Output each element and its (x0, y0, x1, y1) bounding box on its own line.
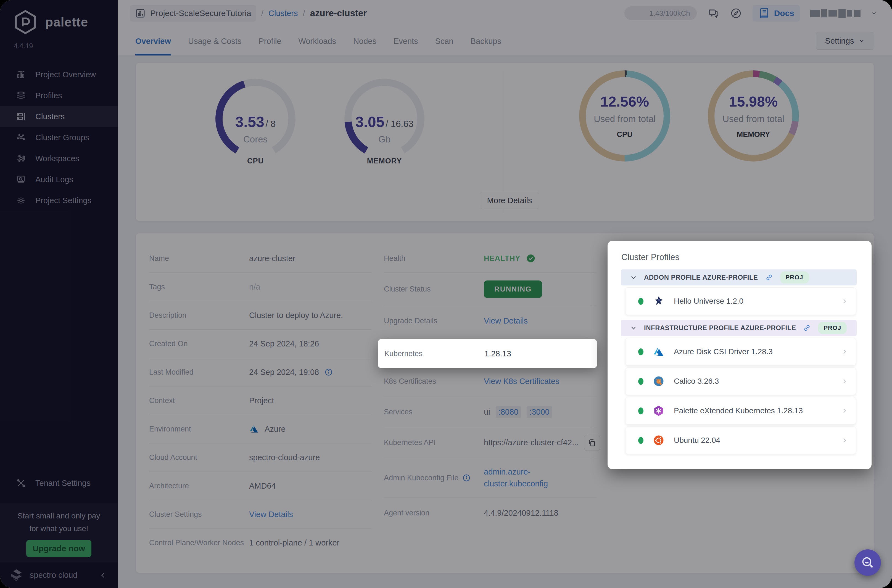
infrastructure-profile-header[interactable]: INFRASTRUCTURE PROFILE AZURE-PROFILE PRO… (621, 320, 857, 336)
proj-badge: PROJ (818, 322, 847, 334)
addon-profile-header[interactable]: ADDON PROFILE AZURE-PROFILE PROJ (621, 269, 857, 285)
kubernetes-version-value: 1.28.13 (484, 349, 511, 358)
detail-label: Kubernetes (384, 350, 484, 358)
pack-name: Hello Universe 1.2.0 (674, 297, 832, 306)
hello-universe-icon (653, 296, 664, 307)
app-window: palette 4.4.19 Project Overview Profiles… (0, 0, 892, 588)
status-dot-green (638, 348, 643, 355)
chevron-right-icon (841, 378, 847, 384)
pack-name: Ubuntu 22.04 (674, 436, 832, 445)
chevron-down-icon (630, 325, 637, 331)
azure-disk-csi-icon (653, 346, 664, 357)
status-dot-green (638, 437, 643, 444)
ubuntu-icon (653, 435, 664, 446)
status-dot-green (638, 408, 643, 414)
pack-name: Palette eXtended Kubernetes 1.28.13 (674, 406, 832, 415)
chevron-right-icon (841, 437, 847, 443)
kubernetes-version-spotlight: Kubernetes 1.28.13 (378, 339, 597, 368)
cluster-profiles-panel: Cluster Profiles ADDON PROFILE AZURE-PRO… (608, 241, 872, 469)
pack-name: Calico 3.26.3 (674, 377, 832, 386)
magnifier-smile-icon (860, 555, 875, 570)
link-icon (765, 274, 773, 281)
chevron-down-icon (630, 274, 637, 281)
proj-badge: PROJ (780, 272, 809, 284)
profile-pack-calico[interactable]: Calico 3.26.3 (625, 368, 856, 395)
pxk-icon (653, 405, 664, 417)
profile-pack-hello-universe[interactable]: Hello Universe 1.2.0 (625, 287, 856, 315)
profile-pack-azure-disk-csi[interactable]: Azure Disk CSI Driver 1.28.3 (625, 338, 856, 366)
profile-pack-palette-extended-kubernetes[interactable]: Palette eXtended Kubernetes 1.28.13 (625, 397, 856, 424)
status-dot-green (638, 378, 643, 385)
chevron-right-icon (841, 349, 847, 355)
profile-pack-ubuntu[interactable]: Ubuntu 22.04 (625, 426, 856, 454)
addon-profile-name: ADDON PROFILE AZURE-PROFILE (644, 274, 758, 281)
panel-title: Cluster Profiles (622, 252, 858, 262)
link-icon (803, 324, 811, 332)
guide-search-fab[interactable] (854, 549, 881, 576)
calico-icon (653, 375, 664, 387)
pack-name: Azure Disk CSI Driver 1.28.3 (674, 347, 832, 356)
chevron-right-icon (841, 298, 847, 304)
chevron-right-icon (841, 408, 847, 414)
status-dot-green (638, 298, 643, 305)
infrastructure-profile-name: INFRASTRUCTURE PROFILE AZURE-PROFILE (644, 324, 796, 332)
